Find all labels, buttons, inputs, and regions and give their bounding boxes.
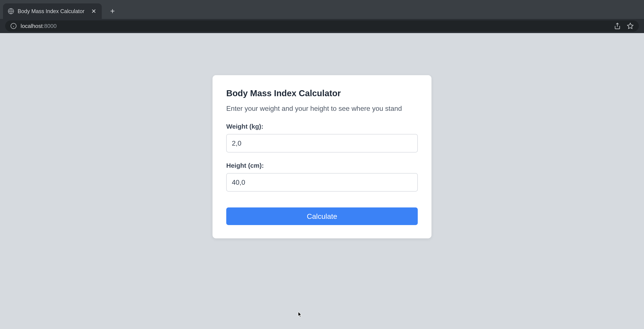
star-icon[interactable]	[627, 23, 634, 30]
share-icon[interactable]	[614, 23, 621, 30]
address-bar[interactable]: localhost:8000	[5, 21, 639, 32]
tab-bar: Body Mass Index Calculator ✕ +	[0, 0, 644, 19]
calculate-button[interactable]: Calculate	[226, 207, 418, 225]
url-port: :8000	[43, 23, 57, 29]
tab-title: Body Mass Index Calculator	[18, 8, 87, 15]
url-text: localhost:8000	[20, 23, 610, 30]
weight-input[interactable]	[226, 134, 418, 152]
url-host: localhost	[20, 23, 43, 29]
globe-icon	[8, 8, 14, 15]
card-subtitle: Enter your weight and your height to see…	[226, 105, 418, 113]
close-icon[interactable]: ✕	[90, 8, 97, 15]
weight-form-group: Weight (kg):	[226, 123, 418, 152]
browser-tab[interactable]: Body Mass Index Calculator ✕	[3, 4, 102, 19]
height-form-group: Height (cm):	[226, 162, 418, 192]
bmi-calculator-card: Body Mass Index Calculator Enter your we…	[212, 75, 432, 238]
weight-label: Weight (kg):	[226, 123, 418, 130]
info-icon[interactable]	[10, 23, 17, 29]
height-label: Height (cm):	[226, 162, 418, 169]
new-tab-button[interactable]: +	[108, 7, 117, 16]
height-input[interactable]	[226, 173, 418, 192]
browser-chrome: Body Mass Index Calculator ✕ + localhost…	[0, 0, 644, 33]
svg-marker-6	[628, 23, 633, 29]
address-bar-container: localhost:8000	[0, 19, 644, 33]
address-actions	[614, 23, 634, 30]
page-viewport: Body Mass Index Calculator Enter your we…	[0, 33, 644, 329]
card-title: Body Mass Index Calculator	[226, 89, 418, 98]
